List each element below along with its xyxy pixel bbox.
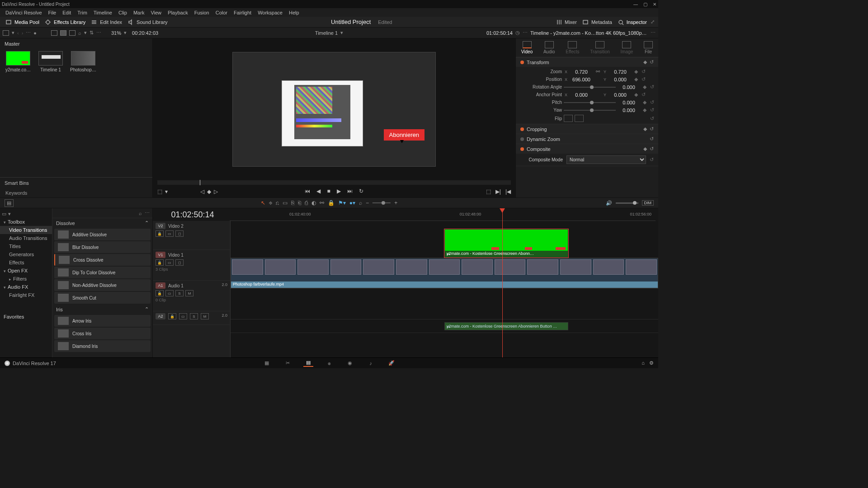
options-icon[interactable]: ⋯ bbox=[145, 210, 150, 216]
fx-item[interactable]: Non-Additive Dissolve bbox=[54, 279, 151, 291]
media-pool-toggle[interactable]: Media Pool bbox=[4, 18, 41, 26]
reset-icon[interactable]: ↺ bbox=[650, 59, 654, 65]
fx-item[interactable]: Diamond Iris bbox=[54, 340, 151, 352]
reset-icon[interactable]: ↺ bbox=[641, 69, 646, 75]
timeline-ruler[interactable]: 01:02:40:00 01:02:48:00 01:02:56:00 bbox=[230, 208, 656, 221]
lock-icon[interactable]: 🔒 bbox=[168, 313, 176, 319]
keyframe-icon[interactable]: ◆ bbox=[633, 76, 639, 82]
match-frame-icon[interactable]: ⬚ bbox=[486, 188, 491, 195]
fx-effects[interactable]: Effects bbox=[0, 258, 52, 267]
reset-icon[interactable]: ↺ bbox=[650, 126, 654, 132]
keyframe-icon[interactable]: ◆ bbox=[643, 126, 647, 132]
blade-tool-icon[interactable]: ▭ bbox=[283, 200, 288, 206]
effects-library-toggle[interactable]: Effects Library bbox=[43, 18, 87, 26]
panel-icon[interactable]: ▭ bbox=[2, 211, 6, 217]
enable-dot-icon[interactable] bbox=[520, 61, 524, 64]
reset-icon[interactable]: ↺ bbox=[649, 107, 655, 113]
track-badge[interactable]: A2 bbox=[156, 313, 165, 319]
step-back-icon[interactable]: ◀ bbox=[316, 188, 321, 194]
viewer-zoom[interactable]: 31% bbox=[111, 30, 121, 36]
page-color-icon[interactable]: ◉ bbox=[345, 360, 355, 367]
auto-select-icon[interactable]: ▭ bbox=[165, 230, 174, 237]
view-thumb-icon[interactable] bbox=[51, 30, 57, 36]
enable-dot-icon[interactable] bbox=[520, 127, 524, 131]
reset-icon[interactable]: ↺ bbox=[649, 99, 655, 105]
window-close[interactable]: ✕ bbox=[653, 2, 656, 7]
more-icon-2[interactable]: ⋯ bbox=[651, 30, 656, 36]
zoom-dropdown-icon[interactable]: ▾ bbox=[124, 30, 127, 36]
go-end-icon[interactable]: ⏭ bbox=[347, 188, 353, 194]
next-edit-icon[interactable]: ▶| bbox=[495, 188, 501, 195]
anchor-y-value[interactable]: 0.000 bbox=[609, 92, 632, 98]
page-deliver-icon[interactable]: 🚀 bbox=[387, 360, 396, 367]
lock-icon[interactable]: 🔒 bbox=[156, 230, 164, 237]
replace-icon[interactable]: ⎙ bbox=[305, 200, 308, 206]
prev-edit-icon[interactable]: |◀ bbox=[505, 188, 511, 195]
smart-bin-keywords[interactable]: Keywords bbox=[0, 188, 152, 197]
snap-icon[interactable]: ⌕ bbox=[359, 200, 362, 206]
transform-header[interactable]: Transform ◆↺ bbox=[516, 57, 658, 67]
track-header-a2[interactable]: A2 🔒▭SM 2.0 bbox=[153, 311, 230, 325]
search-icon[interactable]: ⌕ bbox=[78, 30, 81, 36]
keyframe-icon[interactable]: ◆ bbox=[643, 146, 647, 152]
track-header-v2[interactable]: V2Video 2 🔒▭◻ bbox=[153, 221, 230, 250]
reset-icon[interactable]: ↺ bbox=[650, 146, 654, 152]
menu-clip[interactable]: Clip bbox=[116, 10, 130, 15]
menu-trim[interactable]: Trim bbox=[75, 10, 90, 15]
mute-button[interactable]: M bbox=[185, 290, 193, 296]
lock-icon[interactable]: 🔒 bbox=[156, 290, 164, 296]
anchor-x-value[interactable]: 0.000 bbox=[570, 92, 593, 98]
menu-color[interactable]: Color bbox=[213, 10, 230, 15]
solo-button[interactable]: S bbox=[190, 313, 198, 319]
fx-audio-transitions[interactable]: Audio Transitions bbox=[0, 234, 52, 242]
fx-cat-dissolve[interactable]: Dissolve⌃ bbox=[52, 218, 152, 228]
speaker-icon[interactable]: 🔊 bbox=[606, 200, 612, 206]
media-clip[interactable]: Photoshop… bbox=[70, 51, 97, 72]
insert-icon[interactable]: ⎘ bbox=[291, 200, 294, 206]
options-icon[interactable]: ⋯ bbox=[96, 30, 101, 36]
composite-header[interactable]: Composite ◆↺ bbox=[516, 144, 658, 154]
track-header-v1[interactable]: V1Video 1 🔒▭◻ 3 Clips bbox=[153, 250, 230, 281]
stop-icon[interactable]: ■ bbox=[327, 188, 330, 194]
fit-icon[interactable]: ◐ bbox=[311, 200, 316, 206]
keyframe-icon[interactable]: ◆ bbox=[633, 69, 639, 75]
fx-item[interactable]: Cross Dissolve bbox=[54, 254, 151, 266]
master-bin[interactable]: Master bbox=[0, 38, 152, 49]
edit-index-toggle[interactable]: Edit Index bbox=[89, 18, 124, 26]
inspector-tab-audio[interactable]: Audio bbox=[542, 40, 557, 55]
menu-fairlight[interactable]: Fairlight bbox=[231, 10, 254, 15]
fx-item[interactable]: Smooth Cut bbox=[54, 292, 151, 304]
window-minimize[interactable]: — bbox=[633, 2, 638, 7]
timeline-clip[interactable]: Photoshop farbverlaufe.mp4 bbox=[231, 258, 658, 288]
zoom-x-value[interactable]: 0.720 bbox=[570, 69, 593, 75]
lock-icon[interactable]: 🔒 bbox=[156, 259, 164, 266]
dot-icon[interactable]: ● bbox=[33, 30, 37, 36]
fx-fairlightfx[interactable]: Fairlight FX bbox=[0, 291, 52, 299]
composite-mode-select[interactable]: Normal bbox=[566, 155, 646, 164]
cropping-header[interactable]: Cropping ◆↺ bbox=[516, 124, 658, 134]
expand-icon[interactable]: ⤢ bbox=[651, 19, 655, 25]
auto-select-icon[interactable]: ▭ bbox=[179, 313, 187, 319]
timeline-view-options-icon[interactable]: ▤ bbox=[5, 199, 14, 207]
enable-dot-icon[interactable] bbox=[520, 147, 524, 151]
arrow-tool-icon[interactable]: ↖ bbox=[261, 200, 265, 206]
search-icon[interactable]: ⌕ bbox=[139, 211, 142, 216]
media-clip[interactable]: Timeline 1 bbox=[37, 51, 64, 72]
loop-icon[interactable]: ↻ bbox=[359, 188, 363, 194]
keyframe-icon[interactable]: ◆ bbox=[642, 107, 647, 113]
mute-button[interactable]: M bbox=[201, 313, 209, 319]
reset-icon[interactable]: ↺ bbox=[641, 76, 646, 82]
link-icon[interactable]: ⚯ bbox=[320, 200, 324, 206]
media-clip[interactable]: y2mate.co… bbox=[5, 51, 32, 72]
enable-dot-icon[interactable] bbox=[520, 137, 524, 141]
viewer-options-icon[interactable]: ⋯ bbox=[523, 30, 528, 36]
nav-back-icon[interactable]: ‹ bbox=[17, 30, 19, 36]
zoom-in-icon[interactable]: + bbox=[394, 200, 397, 206]
timeline-dropdown-icon[interactable]: ▾ bbox=[340, 30, 343, 36]
reset-icon[interactable]: ↺ bbox=[641, 92, 646, 98]
window-maximize[interactable]: ▢ bbox=[643, 2, 647, 7]
auto-select-icon[interactable]: ▭ bbox=[165, 290, 174, 296]
fx-audiofx[interactable]: ▾Audio FX bbox=[0, 283, 52, 291]
transform-overlay-icon[interactable]: ⬚ bbox=[157, 188, 162, 195]
menu-mark[interactable]: Mark bbox=[131, 10, 147, 15]
